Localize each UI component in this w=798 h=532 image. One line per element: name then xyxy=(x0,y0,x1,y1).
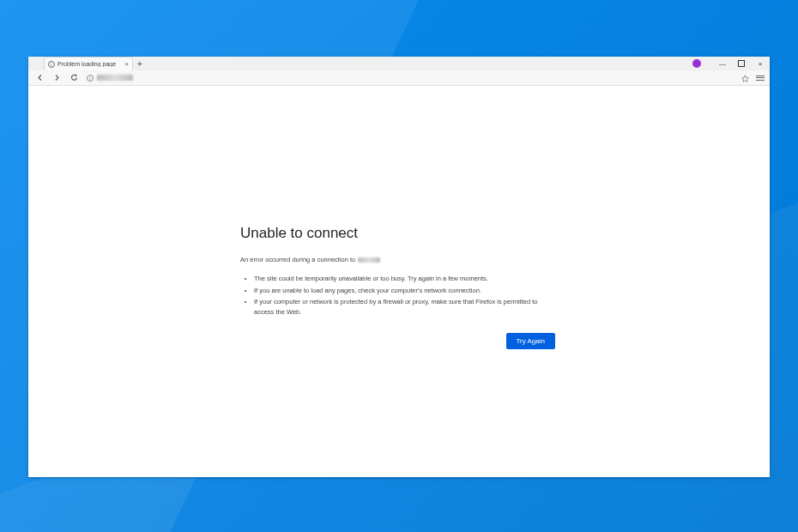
app-menu-button[interactable] xyxy=(756,76,765,81)
arrow-right-icon xyxy=(53,74,61,82)
try-again-button[interactable]: Try Again xyxy=(506,333,556,349)
error-suggestion-item: The site could be temporarily unavailabl… xyxy=(254,274,555,284)
back-button[interactable] xyxy=(33,72,45,84)
reload-icon xyxy=(70,74,78,82)
page-content: Unable to connect An error occurred duri… xyxy=(28,86,770,477)
profile-badge-icon[interactable] xyxy=(692,59,701,68)
site-info-icon[interactable]: i xyxy=(87,75,94,82)
star-icon xyxy=(741,75,749,82)
hamburger-icon xyxy=(756,76,765,76)
window-controls: — × xyxy=(692,57,770,70)
titlebar: i Problem loading page × + — × xyxy=(28,57,770,70)
error-suggestion-item: If your computer or network is protected… xyxy=(254,297,555,317)
window-minimize-button[interactable]: — xyxy=(713,57,732,70)
error-host-redacted xyxy=(358,257,380,263)
address-bar[interactable]: i xyxy=(85,73,736,83)
new-tab-button[interactable]: + xyxy=(133,57,147,70)
error-suggestions: The site could be temporarily unavailabl… xyxy=(240,274,555,317)
tab-title: Problem loading page xyxy=(57,61,122,67)
browser-window: i Problem loading page × + — × i xyxy=(28,57,770,477)
info-icon: i xyxy=(48,61,55,68)
bookmark-button[interactable] xyxy=(741,70,749,86)
forward-button[interactable] xyxy=(51,72,63,84)
tab-problem-loading[interactable]: i Problem loading page × xyxy=(44,57,133,70)
error-title: Unable to connect xyxy=(240,225,555,242)
try-again-row: Try Again xyxy=(240,333,555,349)
reload-button[interactable] xyxy=(68,72,80,84)
error-suggestion-item: If you are unable to load any pages, che… xyxy=(254,286,555,296)
toolbar: i xyxy=(28,70,770,86)
url-text-redacted xyxy=(97,75,133,81)
toolbar-right xyxy=(741,70,765,86)
window-close-button[interactable]: × xyxy=(751,57,770,70)
error-subtitle: An error occurred during a connection to xyxy=(240,256,555,263)
tab-close-button[interactable]: × xyxy=(124,60,129,68)
error-subtitle-text: An error occurred during a connection to xyxy=(240,256,355,263)
arrow-left-icon xyxy=(36,74,44,82)
window-maximize-button[interactable] xyxy=(732,57,751,70)
